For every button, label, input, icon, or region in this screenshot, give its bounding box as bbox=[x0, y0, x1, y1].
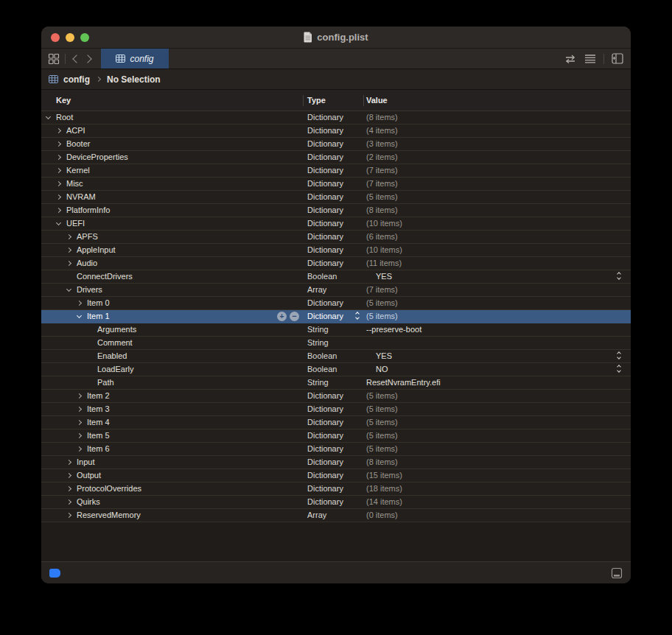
table-row[interactable]: MiscDictionary(7 items) bbox=[41, 178, 631, 191]
table-row[interactable]: Item 6Dictionary(5 items) bbox=[41, 443, 631, 456]
disclosure-collapsed-icon[interactable] bbox=[77, 393, 82, 399]
table-row[interactable]: Item 1+−Dictionary(5 items) bbox=[41, 310, 631, 323]
disclosure-collapsed-icon[interactable] bbox=[66, 234, 71, 239]
row-type[interactable]: Dictionary bbox=[307, 204, 343, 217]
row-value[interactable]: (5 items) bbox=[366, 297, 398, 309]
zoom-window-button[interactable] bbox=[80, 33, 89, 42]
row-type[interactable]: Dictionary bbox=[307, 297, 343, 309]
disclosure-collapsed-icon[interactable] bbox=[56, 208, 61, 213]
table-row[interactable]: ACPIDictionary(4 items) bbox=[41, 124, 631, 138]
row-value[interactable]: (15 items) bbox=[366, 469, 402, 482]
row-type[interactable]: Dictionary bbox=[307, 191, 343, 203]
row-value[interactable]: (6 items) bbox=[366, 231, 398, 243]
table-row[interactable]: ProtocolOverridesDictionary(18 items) bbox=[41, 483, 631, 496]
row-type[interactable]: Dictionary bbox=[307, 483, 343, 495]
table-row[interactable]: ReservedMemoryArray(0 items) bbox=[41, 509, 631, 522]
table-row[interactable]: Item 5Dictionary(5 items) bbox=[41, 429, 631, 443]
row-value[interactable]: (5 items) bbox=[366, 310, 398, 323]
minimize-window-button[interactable] bbox=[66, 33, 74, 42]
column-header-type[interactable]: Type bbox=[307, 90, 326, 111]
row-type[interactable]: Dictionary bbox=[307, 403, 343, 415]
table-row[interactable]: NVRAMDictionary(5 items) bbox=[41, 191, 631, 204]
disclosure-collapsed-icon[interactable] bbox=[66, 499, 71, 505]
related-items-icon[interactable] bbox=[48, 53, 60, 65]
disclosure-collapsed-icon[interactable] bbox=[77, 420, 82, 425]
row-value[interactable]: (18 items) bbox=[366, 483, 402, 495]
row-type[interactable]: Dictionary bbox=[307, 456, 343, 469]
disclosure-collapsed-icon[interactable] bbox=[66, 460, 71, 465]
disclosure-expanded-icon[interactable] bbox=[77, 313, 82, 318]
row-type[interactable]: Dictionary bbox=[307, 310, 343, 323]
table-row[interactable]: APFSDictionary(6 items) bbox=[41, 231, 631, 244]
remove-row-button[interactable]: − bbox=[290, 312, 299, 321]
table-row[interactable]: Item 3Dictionary(5 items) bbox=[41, 403, 631, 416]
table-row[interactable]: PathStringResetNvramEntry.efi bbox=[41, 376, 631, 390]
close-window-button[interactable] bbox=[51, 33, 60, 42]
navigate-back-icon[interactable] bbox=[71, 56, 80, 62]
row-type[interactable]: Boolean bbox=[307, 363, 337, 376]
row-type[interactable]: Dictionary bbox=[307, 244, 343, 256]
disclosure-expanded-icon[interactable] bbox=[66, 287, 71, 292]
disclosure-collapsed-icon[interactable] bbox=[77, 407, 82, 412]
value-stepper-icon[interactable] bbox=[615, 365, 623, 373]
row-value[interactable]: (14 items) bbox=[366, 496, 402, 508]
table-row[interactable]: Item 0Dictionary(5 items) bbox=[41, 297, 631, 310]
row-value[interactable]: YES bbox=[376, 350, 392, 362]
table-row[interactable]: ArgumentsString--preserve-boot bbox=[41, 323, 631, 337]
row-value[interactable]: (7 items) bbox=[366, 284, 398, 296]
table-row[interactable]: DriversArray(7 items) bbox=[41, 284, 631, 297]
row-type[interactable]: Dictionary bbox=[307, 178, 343, 190]
disclosure-expanded-icon[interactable] bbox=[56, 220, 61, 225]
row-value[interactable]: (7 items) bbox=[366, 178, 398, 190]
disclosure-collapsed-icon[interactable] bbox=[56, 181, 61, 186]
row-value[interactable]: (8 items) bbox=[366, 456, 398, 469]
table-row[interactable]: RootDictionary(8 items) bbox=[41, 111, 631, 124]
row-value[interactable]: (5 items) bbox=[366, 416, 398, 429]
add-editor-icon[interactable] bbox=[612, 53, 623, 64]
table-row[interactable]: InputDictionary(8 items) bbox=[41, 456, 631, 469]
row-value[interactable]: (10 items) bbox=[366, 244, 402, 256]
row-value[interactable]: (5 items) bbox=[366, 443, 398, 455]
row-value[interactable]: --preserve-boot bbox=[366, 323, 421, 336]
table-row[interactable]: UEFIDictionary(10 items) bbox=[41, 217, 631, 231]
row-value[interactable]: (4 items) bbox=[366, 124, 398, 137]
compare-arrows-icon[interactable] bbox=[564, 54, 577, 64]
table-row[interactable]: QuirksDictionary(14 items) bbox=[41, 496, 631, 509]
add-row-button[interactable]: + bbox=[277, 312, 287, 321]
row-type[interactable]: Dictionary bbox=[307, 257, 343, 270]
table-row[interactable]: OutputDictionary(15 items) bbox=[41, 469, 631, 483]
row-type[interactable]: Dictionary bbox=[307, 469, 343, 482]
disclosure-collapsed-icon[interactable] bbox=[56, 128, 61, 133]
table-row[interactable]: KernelDictionary(7 items) bbox=[41, 164, 631, 178]
disclosure-collapsed-icon[interactable] bbox=[77, 446, 82, 452]
table-row[interactable]: DevicePropertiesDictionary(2 items) bbox=[41, 151, 631, 164]
row-value[interactable]: (2 items) bbox=[366, 151, 398, 164]
row-value[interactable]: YES bbox=[376, 270, 392, 283]
tab-config[interactable]: config bbox=[101, 49, 169, 69]
row-type[interactable]: Dictionary bbox=[307, 138, 343, 150]
row-type[interactable]: Dictionary bbox=[307, 496, 343, 508]
disclosure-collapsed-icon[interactable] bbox=[56, 141, 61, 147]
disclosure-collapsed-icon[interactable] bbox=[66, 261, 71, 266]
row-value[interactable]: (3 items) bbox=[366, 138, 398, 150]
row-value[interactable]: NO bbox=[376, 363, 388, 376]
table-row[interactable]: CommentString bbox=[41, 337, 631, 350]
editor-lines-icon[interactable] bbox=[584, 54, 596, 64]
row-value[interactable]: (8 items) bbox=[366, 204, 398, 217]
disclosure-collapsed-icon[interactable] bbox=[66, 513, 71, 518]
breadcrumb-item-selection[interactable]: No Selection bbox=[107, 74, 161, 85]
disclosure-expanded-icon[interactable] bbox=[46, 114, 51, 119]
row-type[interactable]: String bbox=[307, 323, 329, 336]
row-type[interactable]: Dictionary bbox=[307, 231, 343, 243]
table-row[interactable]: AudioDictionary(11 items) bbox=[41, 257, 631, 270]
column-resizer[interactable] bbox=[363, 95, 364, 106]
column-header-key[interactable]: Key bbox=[56, 90, 71, 111]
row-type[interactable]: String bbox=[307, 376, 329, 389]
row-type[interactable]: Dictionary bbox=[307, 390, 343, 402]
row-value[interactable]: (5 items) bbox=[366, 191, 398, 203]
disclosure-collapsed-icon[interactable] bbox=[66, 473, 71, 478]
row-type[interactable]: Dictionary bbox=[307, 429, 343, 442]
row-type[interactable]: Boolean bbox=[307, 270, 337, 283]
row-type[interactable]: Dictionary bbox=[307, 151, 343, 164]
row-type[interactable]: Array bbox=[307, 509, 326, 522]
